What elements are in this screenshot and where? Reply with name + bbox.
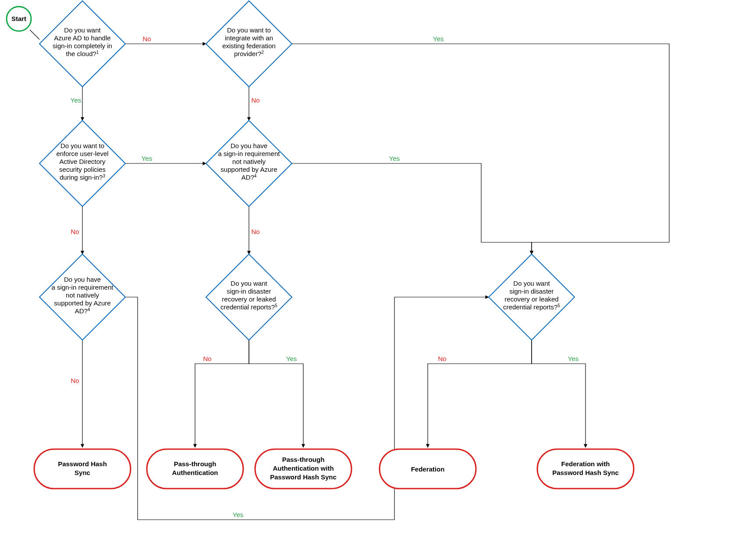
q1-yes-label: Yes xyxy=(71,96,81,104)
svg-text:supported by Azure: supported by Azure xyxy=(54,299,110,307)
svg-text:Do you want to: Do you want to xyxy=(227,26,271,34)
svg-text:Active Directory: Active Directory xyxy=(59,158,106,165)
svg-text:a sign-in requirement: a sign-in requirement xyxy=(52,284,114,291)
terminator-pta: Pass-through Authentication xyxy=(147,449,243,489)
svg-text:Authentication: Authentication xyxy=(172,469,218,476)
svg-text:existing federation: existing federation xyxy=(222,42,276,50)
svg-text:provider?2: provider?2 xyxy=(234,50,264,58)
start-node: Start xyxy=(7,7,31,31)
svg-text:Password Hash: Password Hash xyxy=(58,460,107,468)
svg-text:a sign-in requirement: a sign-in requirement xyxy=(218,150,280,157)
svg-text:Do you want: Do you want xyxy=(513,280,550,287)
svg-text:sign-in disaster: sign-in disaster xyxy=(510,287,554,295)
svg-text:sign-in completely in: sign-in completely in xyxy=(53,42,112,50)
q3-no-label: No xyxy=(71,228,79,235)
svg-text:Do you want: Do you want xyxy=(64,26,101,34)
edge-labels: No Yes Yes No Yes No Yes No No Yes No Ye… xyxy=(71,35,579,518)
svg-text:Azure AD to handle: Azure AD to handle xyxy=(54,34,110,42)
edges xyxy=(30,30,669,520)
q2-no-label: No xyxy=(251,96,259,104)
q5a-yes-label: Yes xyxy=(286,355,297,362)
q4b-no-label: No xyxy=(71,377,79,384)
svg-text:Do you want to: Do you want to xyxy=(60,142,104,149)
q3-yes-label: Yes xyxy=(142,155,152,162)
terminator-federation-phs: Federation with Password Hash Sync xyxy=(537,449,634,489)
svg-text:Do you have: Do you have xyxy=(231,142,267,149)
terminator-phs: Password Hash Sync xyxy=(34,449,131,489)
svg-text:Sync: Sync xyxy=(75,469,90,476)
svg-text:integrate with an: integrate with an xyxy=(225,34,273,42)
terminator-federation: Federation xyxy=(380,449,476,489)
svg-text:supported by Azure: supported by Azure xyxy=(220,166,277,173)
svg-text:Federation: Federation xyxy=(411,465,445,473)
decision-q3: Do you want to enforce user-level Active… xyxy=(39,121,125,206)
svg-line-0 xyxy=(30,30,39,39)
svg-text:Pass-through: Pass-through xyxy=(282,456,325,463)
svg-text:not natively: not natively xyxy=(232,158,266,165)
decision-q4a: Do you have a sign-in requirement not na… xyxy=(206,121,292,206)
svg-text:Password Hash Sync: Password Hash Sync xyxy=(270,473,337,481)
svg-text:Authentication with: Authentication with xyxy=(273,464,334,472)
decision-q2: Do you want to integrate with an existin… xyxy=(206,1,292,87)
terminator-pta-phs: Pass-through Authentication with Passwor… xyxy=(255,449,351,489)
decision-q4b: Do you have a sign-in requirement not na… xyxy=(39,254,125,340)
q1-no-label: No xyxy=(142,35,151,43)
svg-text:Do you want: Do you want xyxy=(231,280,267,287)
svg-text:security policies: security policies xyxy=(59,166,106,173)
q4a-no-label: No xyxy=(251,228,259,235)
svg-text:during sign-in?3: during sign-in?3 xyxy=(60,174,105,181)
svg-text:Pass-through: Pass-through xyxy=(174,460,217,468)
svg-text:the cloud?1: the cloud?1 xyxy=(66,50,99,58)
svg-text:credential reports?5: credential reports?5 xyxy=(220,303,277,311)
q4a-yes-label: Yes xyxy=(389,155,400,162)
svg-text:Password Hash Sync: Password Hash Sync xyxy=(552,469,619,476)
svg-text:Do you have: Do you have xyxy=(64,276,101,283)
svg-text:sign-in disaster: sign-in disaster xyxy=(227,287,271,295)
svg-text:recovery or leaked: recovery or leaked xyxy=(504,295,558,303)
decision-q5b: Do you want sign-in disaster recovery or… xyxy=(489,254,575,340)
svg-text:credential reports?5: credential reports?5 xyxy=(503,303,560,311)
svg-text:recovery or leaked: recovery or leaked xyxy=(222,295,276,303)
start-label: Start xyxy=(11,15,26,22)
flowchart-canvas: No Yes Yes No Yes No Yes No No Yes No Ye… xyxy=(0,0,756,553)
svg-text:Federation with: Federation with xyxy=(561,460,610,468)
svg-text:not natively: not natively xyxy=(66,291,99,299)
svg-text:enforce user-level: enforce user-level xyxy=(56,150,108,157)
q5b-yes-label: Yes xyxy=(568,355,579,362)
q5b-no-label: No xyxy=(438,355,446,362)
q5a-no-label: No xyxy=(203,355,211,362)
decision-q5a: Do you want sign-in disaster recovery or… xyxy=(206,254,292,340)
q4b-yes-label: Yes xyxy=(233,511,243,518)
decision-q1: Do you want Azure AD to handle sign-in c… xyxy=(39,1,125,87)
q2-yes-label: Yes xyxy=(433,35,444,43)
